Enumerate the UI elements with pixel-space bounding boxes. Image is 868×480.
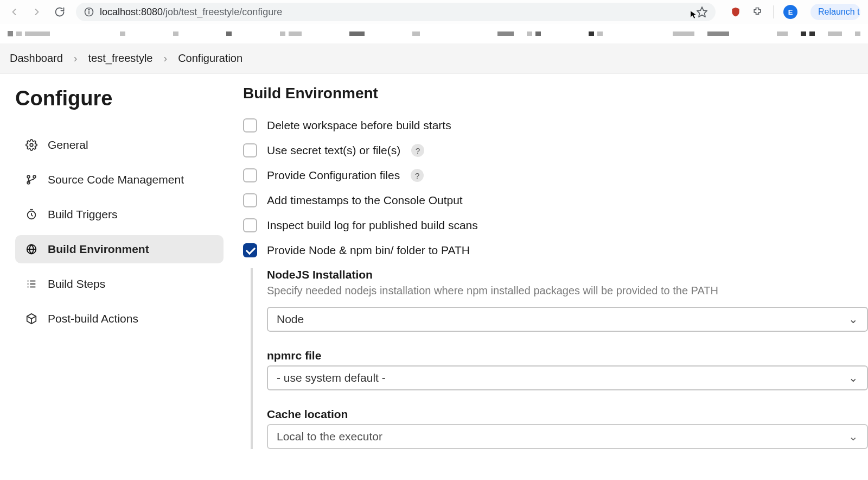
check-label: Provide Node & npm bin/ folder to PATH [267, 244, 470, 257]
sidebar-item-triggers[interactable]: Build Triggers [15, 200, 224, 229]
check-timestamps[interactable]: Add timestamps to the Console Output [243, 193, 868, 207]
select-node-install[interactable]: Node ⌄ [267, 307, 868, 332]
checkbox[interactable] [243, 193, 257, 207]
url-text: localhost:8080/job/test_freestyle/config… [100, 7, 282, 18]
sidebar-item-scm[interactable]: Source Code Management [15, 166, 224, 194]
sidebar-item-label: Post-build Actions [48, 312, 138, 325]
reload-icon [54, 7, 65, 17]
sidebar-item-environment[interactable]: Build Environment [15, 235, 224, 263]
check-config-files[interactable]: Provide Configuration files ? [243, 168, 868, 182]
chevron-down-icon: ⌄ [848, 371, 858, 384]
select-cache[interactable]: Local to the executor ⌄ [267, 424, 868, 449]
config-sidebar: Configure General Source Code Management… [0, 74, 233, 453]
check-buildscans[interactable]: Inspect build log for published build sc… [243, 218, 868, 232]
chevron-down-icon: ⌄ [848, 313, 858, 326]
extension-ublock-icon[interactable] [730, 6, 742, 18]
check-label: Delete workspace before build starts [267, 119, 451, 132]
sidebar-item-label: Source Code Management [48, 173, 184, 186]
chevron-right-icon: › [74, 52, 78, 65]
field-label-cache: Cache location [267, 408, 868, 421]
checkbox[interactable] [243, 168, 257, 182]
field-label-npmrc: npmrc file [267, 349, 868, 362]
globe-icon [25, 243, 38, 256]
help-icon[interactable]: ? [411, 144, 424, 157]
check-label: Inspect build log for published build sc… [267, 219, 478, 232]
sidebar-item-postbuild[interactable]: Post-build Actions [15, 305, 224, 333]
timer-icon [25, 208, 38, 221]
breadcrumb-item[interactable]: Configuration [178, 52, 242, 65]
section-title: Build Environment [243, 85, 868, 102]
page-title: Configure [15, 87, 224, 110]
config-main: Build Environment Delete workspace befor… [233, 74, 868, 453]
chevron-down-icon: ⌄ [848, 430, 858, 443]
checkbox[interactable] [243, 218, 257, 232]
breadcrumb-item[interactable]: test_freestyle [88, 52, 153, 65]
node-config-block: NodeJS Installation Specify needed nodej… [251, 268, 868, 449]
sidebar-item-steps[interactable]: Build Steps [15, 270, 224, 298]
field-label-node-install: NodeJS Installation [267, 268, 868, 281]
arrow-right-icon [31, 7, 42, 17]
help-icon[interactable]: ? [411, 169, 424, 182]
browser-actions: E Relaunch t [725, 4, 860, 20]
sidebar-item-label: Build Environment [48, 243, 149, 256]
check-node-path[interactable]: Provide Node & npm bin/ folder to PATH [243, 243, 868, 257]
checkbox[interactable] [243, 143, 257, 157]
select-value: Local to the executor [277, 430, 382, 443]
svg-point-4 [30, 143, 33, 147]
check-label: Use secret text(s) or file(s) [267, 144, 400, 157]
address-bar[interactable]: localhost:8080/job/test_freestyle/config… [76, 3, 716, 21]
profile-avatar[interactable]: E [783, 5, 797, 19]
check-delete-workspace[interactable]: Delete workspace before build starts [243, 118, 868, 132]
sidebar-item-label: Build Steps [48, 277, 105, 290]
svg-point-7 [33, 175, 36, 178]
relaunch-button[interactable]: Relaunch t [810, 4, 860, 20]
arrow-left-icon [9, 7, 20, 17]
check-secret-text[interactable]: Use secret text(s) or file(s) ? [243, 143, 868, 157]
sidebar-item-label: General [48, 138, 88, 151]
select-value: - use system default - [277, 371, 386, 384]
chevron-right-icon: › [163, 52, 167, 65]
sidebar-item-general[interactable]: General [15, 131, 224, 159]
breadcrumb-item[interactable]: Dashboard [10, 52, 63, 65]
field-desc-node-install: Specify needed nodejs installation where… [267, 285, 868, 297]
bookmarks-bar [0, 24, 868, 43]
git-branch-icon [25, 173, 38, 186]
forward-button[interactable] [30, 5, 43, 18]
checkbox[interactable] [243, 118, 257, 132]
check-label: Provide Configuration files [267, 169, 400, 182]
reload-button[interactable] [53, 5, 66, 18]
breadcrumb: Dashboard › test_freestyle › Configurati… [0, 43, 868, 74]
select-value: Node [277, 313, 304, 326]
gear-icon [25, 138, 38, 151]
browser-toolbar: localhost:8080/job/test_freestyle/config… [0, 0, 868, 24]
bookmark-star-icon[interactable] [696, 6, 708, 18]
package-icon [25, 312, 38, 325]
select-npmrc[interactable]: - use system default - ⌄ [267, 365, 868, 390]
site-info-icon[interactable] [84, 7, 94, 17]
svg-point-2 [88, 9, 90, 10]
list-tree-icon [25, 277, 38, 290]
extensions-puzzle-icon[interactable] [751, 6, 763, 18]
back-button[interactable] [8, 5, 21, 18]
svg-marker-3 [697, 7, 707, 17]
svg-point-5 [27, 175, 30, 178]
check-label: Add timestamps to the Console Output [267, 194, 463, 207]
sidebar-item-label: Build Triggers [48, 208, 117, 221]
checkbox-checked[interactable] [243, 243, 257, 257]
